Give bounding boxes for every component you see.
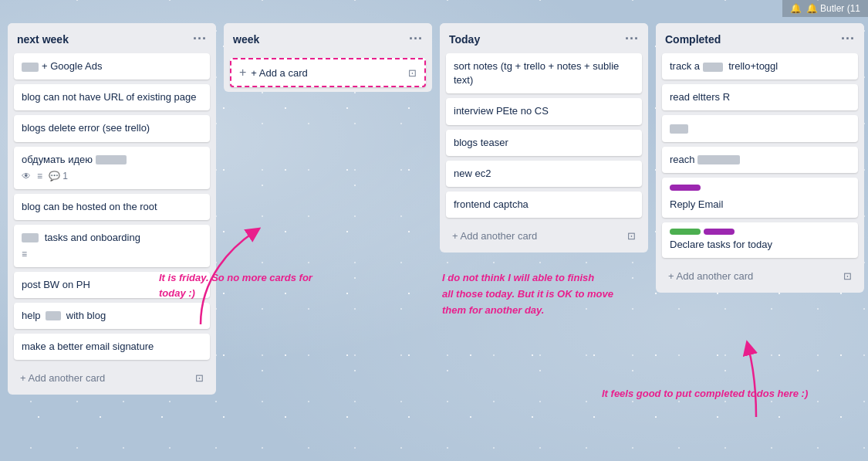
card-c1-text-track: track a xyxy=(670,60,703,72)
card-t2[interactable]: interview PEte no CS xyxy=(446,98,642,124)
template-icon-next-week: ⊡ xyxy=(195,372,204,384)
add-card-today-label: + Add another card xyxy=(452,230,537,242)
column-week: week ··· + + Add a card ⊡ xyxy=(224,23,432,92)
card-nw8-text-blog: with blog xyxy=(66,310,106,321)
card-c2[interactable]: read eltters R xyxy=(662,84,858,110)
board: next week ··· + Google Ads blog can not … xyxy=(0,0,868,461)
card-nw1[interactable]: + Google Ads xyxy=(14,53,210,80)
card-c6-labels xyxy=(670,229,850,238)
card-nw6-meta: ≡ xyxy=(22,248,202,261)
label-purple-c6 xyxy=(704,229,735,235)
card-nw6-text-row: tasks and onboarding xyxy=(22,231,202,245)
card-t3[interactable]: blogs teaser xyxy=(446,130,642,156)
column-header-week: week ··· xyxy=(224,23,432,53)
card-c2-text: read eltters R xyxy=(670,91,730,103)
card-t4-text: new ec2 xyxy=(454,168,491,179)
card-c5[interactable]: Reply Email xyxy=(662,178,858,218)
label-purple-c5 xyxy=(670,185,701,191)
column-menu-today[interactable]: ··· xyxy=(625,31,639,47)
card-nw9-text: make a better email signature xyxy=(22,341,154,352)
column-title-week: week xyxy=(233,33,259,46)
card-nw4-text: обдумать идею xyxy=(22,154,96,165)
column-completed: Completed ··· track a trello+toggl read … xyxy=(656,23,864,293)
card-nw2-text: blog can not have URL of existing page xyxy=(22,91,196,103)
card-nw6-text: tasks and onboarding xyxy=(45,232,140,243)
card-t1[interactable]: sort notes (tg + trello + notes + sublie… xyxy=(446,53,642,93)
card-nw5[interactable]: blog can be hosted on the root xyxy=(14,194,210,220)
card-t1-text: sort notes (tg + trello + notes + sublie… xyxy=(454,60,619,86)
column-header-completed: Completed ··· xyxy=(656,23,864,53)
blur-nw6 xyxy=(22,233,39,242)
card-nw4-meta: 👁 ≡ 💬 1 xyxy=(22,170,202,183)
blur-nw1 xyxy=(22,63,39,72)
add-card-today[interactable]: + Add another card ⊡ xyxy=(444,224,643,248)
card-nw5-text: blog can be hosted on the root xyxy=(22,201,157,212)
add-card-next-week-label: + Add another card xyxy=(20,372,105,384)
column-header-today: Today ··· xyxy=(440,23,648,53)
blur-nw4 xyxy=(96,155,127,164)
card-nw1-text: + Google Ads xyxy=(42,60,102,72)
column-title-today: Today xyxy=(449,33,480,46)
add-card-week-label: + Add a card xyxy=(251,67,307,79)
column-menu-week[interactable]: ··· xyxy=(409,31,423,47)
card-t2-text: interview PEte no CS xyxy=(454,105,549,117)
card-nw6[interactable]: tasks and onboarding ≡ xyxy=(14,225,210,267)
list-icon: ≡ xyxy=(37,170,42,183)
card-t5-text: frontend captcha xyxy=(454,198,529,210)
add-card-next-week[interactable]: + Add another card ⊡ xyxy=(12,366,211,390)
card-nw3[interactable]: blogs delete error (see trello) xyxy=(14,115,210,141)
card-c5-labels xyxy=(670,184,850,198)
card-nw9[interactable]: make a better email signature xyxy=(14,334,210,360)
column-title-completed: Completed xyxy=(665,33,721,46)
blur-c1 xyxy=(703,63,723,72)
column-menu-next-week[interactable]: ··· xyxy=(193,31,207,47)
column-header-next-week: next week ··· xyxy=(8,23,216,53)
card-t5[interactable]: frontend captcha xyxy=(446,192,642,218)
blur-c3 xyxy=(670,124,688,134)
column-menu-completed[interactable]: ··· xyxy=(841,31,855,47)
card-c6-text: Declare tasks for today xyxy=(670,239,772,250)
card-nw8[interactable]: help with blog xyxy=(14,303,210,329)
label-green-c6 xyxy=(670,229,701,235)
template-icon-today: ⊡ xyxy=(627,230,636,242)
card-nw3-text: blogs delete error (see trello) xyxy=(22,122,150,134)
card-nw2[interactable]: blog can not have URL of existing page xyxy=(14,84,210,110)
card-c4-text-reach: reach xyxy=(670,154,697,165)
card-nw7[interactable]: post BW on PH xyxy=(14,272,210,298)
card-c3[interactable] xyxy=(662,115,858,141)
card-c4[interactable]: reach xyxy=(662,147,858,173)
column-today: Today ··· sort notes (tg + trello + note… xyxy=(440,23,648,253)
card-c1-text-trello: trello+toggl xyxy=(728,60,778,72)
card-c5-text: Reply Email xyxy=(670,198,723,210)
template-icon-completed: ⊡ xyxy=(843,270,852,282)
add-a-card-week[interactable]: + + Add a card ⊡ xyxy=(230,58,426,87)
comment-icon: 💬 1 xyxy=(49,170,68,183)
add-card-completed-label: + Add another card xyxy=(668,270,753,282)
template-icon-week: ⊡ xyxy=(408,67,417,79)
blur-c4 xyxy=(697,155,740,164)
column-title-next-week: next week xyxy=(17,33,69,46)
add-card-completed[interactable]: + Add another card ⊡ xyxy=(660,264,860,288)
card-nw4-text-row: обдумать идею xyxy=(22,153,202,167)
card-t3-text: blogs teaser xyxy=(454,137,508,148)
list-icon-nw6: ≡ xyxy=(22,248,27,261)
plus-icon-week: + xyxy=(239,66,246,80)
card-nw4[interactable]: обдумать идею 👁 ≡ 💬 1 xyxy=(14,147,210,189)
eye-icon: 👁 xyxy=(22,170,31,183)
card-c6[interactable]: Declare tasks for today xyxy=(662,222,858,258)
card-nw7-text: post BW on PH xyxy=(22,279,90,290)
card-nw8-text-help: help xyxy=(22,310,41,321)
card-t4[interactable]: new ec2 xyxy=(446,161,642,187)
card-c1[interactable]: track a trello+toggl xyxy=(662,53,858,80)
column-next-week: next week ··· + Google Ads blog can not … xyxy=(8,23,216,395)
blur-nw8 xyxy=(46,311,61,320)
